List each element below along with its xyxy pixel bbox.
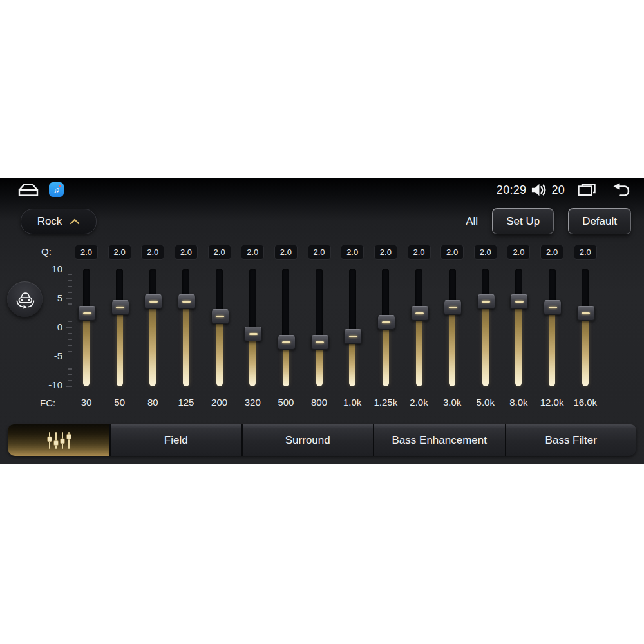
axis-tick (66, 269, 72, 270)
fc-value: 800 (301, 397, 337, 408)
fc-row-label: FC: (40, 397, 62, 410)
tab-surround[interactable]: Surround (242, 424, 374, 456)
axis-tick (68, 351, 72, 352)
eq-band-slider[interactable] (144, 269, 161, 386)
slider-handle[interactable] (211, 309, 229, 324)
fc-value: 1.0k (334, 397, 370, 408)
slider-handle[interactable] (278, 335, 296, 350)
handle-grip-line (83, 312, 91, 314)
eq-band-slider[interactable] (278, 269, 294, 386)
q-value-box: 2.0 (540, 245, 564, 260)
axis-tick (68, 363, 72, 364)
axis-tick (68, 292, 72, 293)
slider-handle[interactable] (411, 306, 429, 321)
handle-grip-line (316, 341, 324, 343)
slider-track-upper (382, 269, 389, 321)
eq-band-slider[interactable] (111, 269, 128, 386)
axis-tick (68, 333, 72, 334)
audio-settings-panel: ♫ 20:29 20 Rock (0, 178, 644, 464)
q-value-box: 2.0 (274, 245, 298, 260)
slider-handle[interactable] (311, 335, 329, 350)
slider-handle[interactable] (444, 300, 462, 315)
handle-grip-line (282, 341, 290, 343)
axis-tick (68, 274, 72, 276)
equalizer-sliders-icon (41, 431, 76, 450)
slider-handle[interactable] (510, 294, 528, 309)
slider-track-lower (482, 301, 489, 387)
gain-axis-label: 10 (37, 263, 62, 276)
slider-track-lower (183, 301, 189, 387)
fc-value: 200 (202, 397, 238, 408)
handle-grip-line (515, 301, 524, 303)
handle-grip-line (449, 307, 457, 308)
handle-grip-line (582, 312, 590, 314)
fc-value: 80 (135, 397, 171, 408)
car-surround-button[interactable] (7, 281, 43, 317)
back-icon[interactable] (611, 182, 632, 198)
handle-grip-line (349, 336, 357, 337)
axis-tick (68, 286, 72, 287)
gain-axis-label: -10 (37, 379, 62, 392)
slider-handle[interactable] (178, 294, 196, 309)
slider-handle[interactable] (377, 315, 395, 330)
tab-bass-enhancement[interactable]: Bass Enhancement (373, 424, 505, 456)
axis-tick (68, 380, 72, 381)
fc-value: 500 (268, 397, 304, 408)
slider-handle[interactable] (477, 294, 495, 309)
default-button[interactable]: Default (568, 208, 631, 234)
eq-band-slider[interactable] (178, 269, 194, 386)
eq-band-slider[interactable] (377, 269, 394, 386)
volume-icon[interactable] (531, 182, 547, 198)
slider-track-lower (383, 321, 389, 386)
eq-band-slider[interactable] (444, 269, 460, 386)
music-app-icon[interactable]: ♫ (49, 182, 64, 197)
eq-band-slider[interactable] (577, 269, 594, 386)
eq-band-slider[interactable] (477, 269, 494, 386)
eq-band-slider[interactable] (211, 269, 228, 386)
q-value-box: 2.0 (75, 245, 98, 260)
recents-icon[interactable] (576, 183, 597, 198)
q-value-box: 2.0 (374, 245, 397, 260)
volume-value: 20 (551, 184, 565, 197)
slider-handle[interactable] (577, 306, 595, 321)
q-value-box: 2.0 (241, 245, 264, 260)
slider-track-lower (149, 301, 156, 387)
handle-grip-line (249, 333, 258, 335)
handle-grip-line (382, 321, 390, 323)
preset-dropdown[interactable]: Rock (21, 209, 97, 234)
eq-band-slider[interactable] (344, 269, 361, 386)
slider-handle[interactable] (344, 329, 362, 344)
axis-tick (68, 368, 72, 370)
slider-handle[interactable] (144, 294, 162, 309)
axis-tick (68, 339, 72, 340)
handle-grip-line (415, 312, 424, 314)
slider-track-lower (449, 307, 455, 387)
q-value-box: 2.0 (440, 245, 464, 260)
eq-band-slider[interactable] (78, 269, 95, 386)
fc-value: 8.0k (500, 397, 536, 408)
tab-bass-filter[interactable]: Bass Filter (505, 424, 637, 456)
setup-button[interactable]: Set Up (492, 208, 554, 234)
eq-band-slider[interactable] (244, 269, 261, 386)
eq-band-slider[interactable] (510, 269, 527, 386)
axis-tick (66, 298, 72, 299)
home-icon[interactable] (17, 183, 39, 197)
slider-track-upper (249, 269, 256, 333)
eq-band-slider[interactable] (311, 269, 328, 386)
all-label[interactable]: All (466, 215, 478, 228)
eq-band-slider[interactable] (411, 269, 428, 386)
slider-handle[interactable] (78, 306, 96, 321)
slider-handle[interactable] (244, 327, 262, 341)
tab-field[interactable]: Field (109, 424, 242, 456)
q-value-box: 2.0 (474, 245, 497, 260)
eq-band-slider[interactable] (544, 269, 560, 386)
slider-track-lower (216, 316, 223, 386)
chevron-up-icon (70, 218, 80, 225)
q-value-box: 2.0 (108, 245, 131, 260)
tab-equalizer[interactable] (8, 424, 109, 456)
q-value-box: 2.0 (341, 245, 364, 260)
q-value-box: 2.0 (175, 245, 198, 260)
axis-tick (68, 303, 72, 305)
slider-handle[interactable] (111, 300, 129, 315)
slider-handle[interactable] (544, 300, 562, 315)
